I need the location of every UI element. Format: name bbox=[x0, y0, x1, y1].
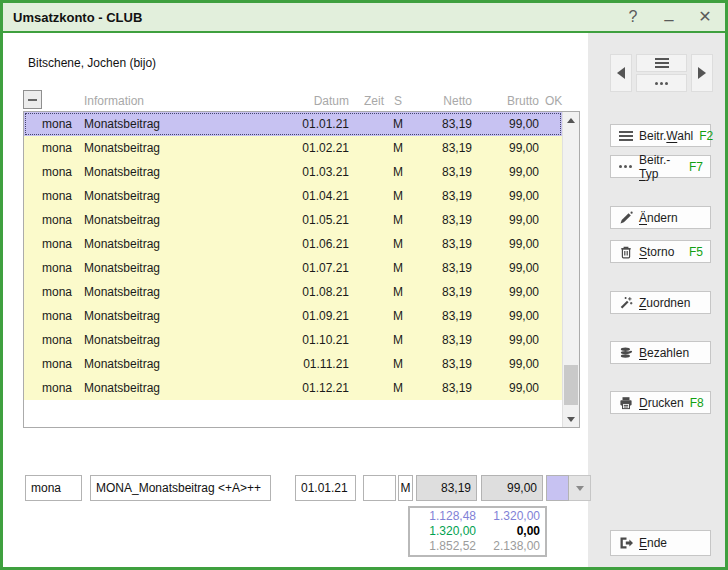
storno-button[interactable]: Storno F5 bbox=[610, 240, 711, 263]
cell-s: M bbox=[384, 261, 412, 275]
pencil-icon bbox=[618, 211, 633, 225]
cell-s: M bbox=[384, 117, 412, 131]
chevron-up-icon bbox=[567, 118, 575, 123]
aendern-button[interactable]: Ändern bbox=[610, 206, 711, 229]
header-netto: Netto bbox=[412, 94, 472, 108]
cell-brutto: 99,00 bbox=[472, 333, 539, 347]
summary-row-total: 1.852,52 2.138,00 bbox=[410, 539, 545, 554]
cell-brutto: 99,00 bbox=[472, 381, 539, 395]
cell-brutto: 99,00 bbox=[472, 357, 539, 371]
chevron-down-icon bbox=[576, 486, 584, 491]
summary-row-paid: 1.320,00 0,00 bbox=[410, 524, 545, 539]
table-row[interactable]: mona Monatsbeitrag 01.03.21 M 83,19 99,0… bbox=[24, 160, 562, 184]
cell-code: mona bbox=[24, 381, 84, 395]
magic-wand-icon bbox=[618, 296, 633, 310]
vertical-scrollbar[interactable] bbox=[562, 112, 579, 427]
cell-netto: 83,19 bbox=[412, 381, 472, 395]
cell-code: mona bbox=[24, 165, 84, 179]
bezahlen-button[interactable]: Bezahlen bbox=[610, 341, 711, 364]
cell-datum: 01.03.21 bbox=[289, 165, 349, 179]
summary-open-brutto: 1.320,00 bbox=[476, 509, 540, 524]
button-label: Beitr.Wahl bbox=[639, 129, 693, 143]
info-field[interactable] bbox=[90, 475, 271, 501]
brutto-field[interactable] bbox=[481, 475, 543, 501]
summary-paid-brutto: 0,00 bbox=[476, 524, 540, 539]
cell-s: M bbox=[384, 141, 412, 155]
prev-record-button[interactable] bbox=[610, 54, 632, 92]
summary-total-brutto: 2.138,00 bbox=[476, 539, 540, 554]
record-more-button[interactable] bbox=[636, 74, 687, 92]
dropdown-button[interactable] bbox=[569, 475, 591, 501]
titlebar: Umsatzkonto - CLUB ? _ ✕ bbox=[3, 3, 725, 33]
cell-code: mona bbox=[24, 213, 84, 227]
cell-datum: 01.07.21 bbox=[289, 261, 349, 275]
minimize-icon[interactable]: _ bbox=[661, 5, 677, 21]
cell-brutto: 99,00 bbox=[472, 165, 539, 179]
cell-netto: 83,19 bbox=[412, 333, 472, 347]
fkey-label: F5 bbox=[689, 245, 703, 259]
help-icon[interactable]: ? bbox=[625, 9, 641, 25]
table-row[interactable]: mona Monatsbeitrag 01.09.21 M 83,19 99,0… bbox=[24, 304, 562, 328]
table-row[interactable]: mona Monatsbeitrag 01.01.21 M 83,19 99,0… bbox=[24, 112, 562, 136]
close-icon[interactable]: ✕ bbox=[697, 9, 713, 25]
table-row[interactable]: mona Monatsbeitrag 01.06.21 M 83,19 99,0… bbox=[24, 232, 562, 256]
summary-row-open: 1.128,48 1.320,00 bbox=[410, 509, 545, 524]
button-label: Drucken bbox=[639, 396, 684, 410]
beitr-wahl-button[interactable]: Beitr.Wahl F2 bbox=[610, 124, 711, 147]
next-record-button[interactable] bbox=[691, 54, 713, 92]
header-ok: OK bbox=[539, 94, 562, 108]
status-color-dropdown[interactable] bbox=[546, 475, 591, 501]
zuordnen-button[interactable]: Zuordnen bbox=[610, 291, 711, 314]
cell-brutto: 99,00 bbox=[472, 285, 539, 299]
drucken-button[interactable]: Drucken F8 bbox=[610, 391, 711, 414]
scrollbar-thumb[interactable] bbox=[564, 365, 578, 405]
record-menu-button[interactable] bbox=[636, 54, 687, 72]
cell-netto: 83,19 bbox=[412, 357, 472, 371]
arrow-right-icon bbox=[698, 67, 706, 79]
table-row[interactable]: mona Monatsbeitrag 01.10.21 M 83,19 99,0… bbox=[24, 328, 562, 352]
cell-code: mona bbox=[24, 141, 84, 155]
zeit-field[interactable] bbox=[363, 475, 396, 501]
table-row[interactable]: mona Monatsbeitrag 01.08.21 M 83,19 99,0… bbox=[24, 280, 562, 304]
header-datum: Datum bbox=[289, 94, 349, 108]
cell-code: mona bbox=[24, 285, 84, 299]
cell-brutto: 99,00 bbox=[472, 141, 539, 155]
table-row[interactable]: mona Monatsbeitrag 01.02.21 M 83,19 99,0… bbox=[24, 136, 562, 160]
cell-netto: 83,19 bbox=[412, 285, 472, 299]
cell-netto: 83,19 bbox=[412, 165, 472, 179]
scroll-down-button[interactable] bbox=[563, 411, 579, 427]
table-row[interactable]: mona Monatsbeitrag 01.05.21 M 83,19 99,0… bbox=[24, 208, 562, 232]
dots-icon bbox=[655, 82, 668, 85]
header-zeit: Zeit bbox=[349, 94, 384, 108]
table-row[interactable]: mona Monatsbeitrag 01.11.21 M 83,19 99,0… bbox=[24, 352, 562, 376]
cell-brutto: 99,00 bbox=[472, 261, 539, 275]
code-field[interactable] bbox=[25, 475, 82, 501]
netto-field[interactable] bbox=[416, 475, 477, 501]
table-row[interactable]: mona Monatsbeitrag 01.07.21 M 83,19 99,0… bbox=[24, 256, 562, 280]
button-label: Beitr.-Typ bbox=[639, 153, 683, 181]
menu-icon bbox=[618, 131, 633, 141]
table-row[interactable]: mona Monatsbeitrag 01.12.21 M 83,19 99,0… bbox=[24, 376, 562, 400]
cell-information: Monatsbeitrag bbox=[84, 261, 289, 275]
scroll-up-button[interactable] bbox=[563, 112, 579, 128]
fkey-label: F7 bbox=[689, 160, 703, 174]
cell-s: M bbox=[384, 189, 412, 203]
ende-button[interactable]: Ende bbox=[610, 530, 711, 556]
button-label: Storno bbox=[639, 245, 674, 259]
window-title: Umsatzkonto - CLUB bbox=[3, 10, 142, 25]
datum-field[interactable] bbox=[295, 475, 356, 501]
titlebar-controls: ? _ ✕ bbox=[625, 9, 725, 25]
cell-brutto: 99,00 bbox=[472, 237, 539, 251]
beitr-typ-button[interactable]: Beitr.-Typ F7 bbox=[610, 155, 711, 178]
cell-datum: 01.08.21 bbox=[289, 285, 349, 299]
cell-datum: 01.11.21 bbox=[289, 357, 349, 371]
cell-information: Monatsbeitrag bbox=[84, 381, 289, 395]
cell-information: Monatsbeitrag bbox=[84, 285, 289, 299]
cell-datum: 01.10.21 bbox=[289, 333, 349, 347]
s-field[interactable] bbox=[398, 475, 413, 501]
cell-brutto: 99,00 bbox=[472, 117, 539, 131]
table-row[interactable]: mona Monatsbeitrag 01.04.21 M 83,19 99,0… bbox=[24, 184, 562, 208]
header-s: S bbox=[384, 94, 412, 108]
cell-information: Monatsbeitrag bbox=[84, 189, 289, 203]
button-label: Ändern bbox=[639, 211, 678, 225]
